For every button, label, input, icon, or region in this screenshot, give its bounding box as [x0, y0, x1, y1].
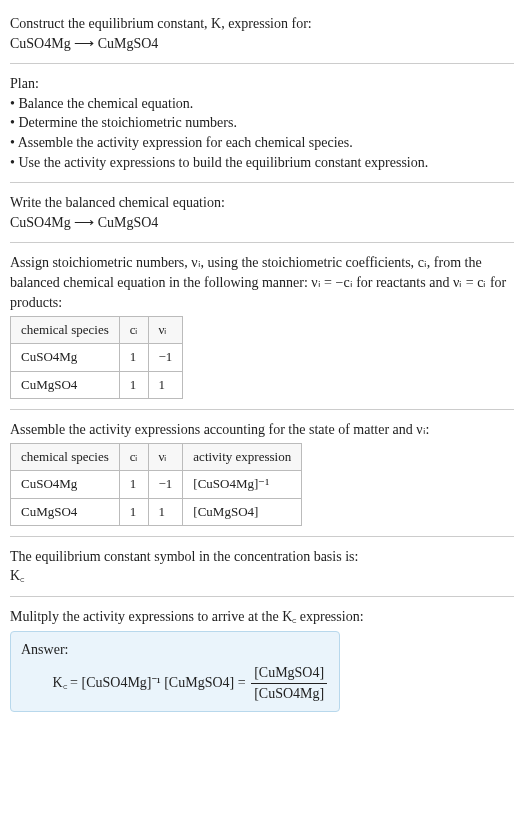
answer-denominator: [CuSO4Mg]: [251, 684, 327, 704]
col-ni: νᵢ: [148, 317, 183, 344]
cell-ci: 1: [119, 371, 148, 398]
activity-block: Assemble the activity expressions accoun…: [10, 414, 514, 532]
kc-symbol: K꜀: [10, 566, 514, 586]
cell-activity: [CuSO4Mg]⁻¹: [183, 471, 302, 498]
plan-item: Use the activity expressions to build th…: [10, 153, 514, 173]
kc-symbol-block: The equilibrium constant symbol in the c…: [10, 541, 514, 592]
divider: [10, 536, 514, 537]
cell-ci: 1: [119, 471, 148, 498]
table-header-row: chemical species cᵢ νᵢ activity expressi…: [11, 444, 302, 471]
ci-symbol: cᵢ: [418, 255, 427, 270]
table-row: CuMgSO4 1 1 [CuMgSO4]: [11, 498, 302, 525]
divider: [10, 409, 514, 410]
cell-species: CuMgSO4: [11, 498, 120, 525]
cell-activity: [CuMgSO4]: [183, 498, 302, 525]
stoich-text: for reactants and: [353, 275, 453, 290]
answer-fraction: [CuMgSO4] [CuSO4Mg]: [251, 663, 327, 703]
cell-species: CuMgSO4: [11, 371, 120, 398]
divider: [10, 242, 514, 243]
plan-item: Determine the stoichiometric numbers.: [10, 113, 514, 133]
divider: [10, 63, 514, 64]
plan-block: Plan: Balance the chemical equation. Det…: [10, 68, 514, 178]
col-ni: νᵢ: [148, 444, 183, 471]
cell-ni: −1: [148, 471, 183, 498]
cell-ci: 1: [119, 498, 148, 525]
title-block: Construct the equilibrium constant, K, e…: [10, 8, 514, 59]
col-ci: cᵢ: [119, 444, 148, 471]
answer-box: Answer: K꜀ = [CuSO4Mg]⁻¹ [CuMgSO4] = [Cu…: [10, 631, 340, 713]
title-equation: CuSO4Mg ⟶ CuMgSO4: [10, 34, 514, 54]
divider: [10, 182, 514, 183]
table-row: CuMgSO4 1 1: [11, 371, 183, 398]
answer-expression: K꜀ = [CuSO4Mg]⁻¹ [CuMgSO4] = [CuMgSO4] […: [21, 675, 329, 690]
cell-ni: 1: [148, 498, 183, 525]
answer-lhs: K꜀ = [CuSO4Mg]⁻¹ [CuMgSO4] =: [53, 675, 250, 690]
activity-intro: Assemble the activity expressions accoun…: [10, 420, 514, 440]
divider: [10, 596, 514, 597]
stoich-block: Assign stoichiometric numbers, νᵢ, using…: [10, 247, 514, 404]
multiply-intro: Mulitply the activity expressions to arr…: [10, 607, 514, 627]
table-row: CuSO4Mg 1 −1: [11, 344, 183, 371]
stoich-relation: νᵢ = cᵢ: [453, 275, 486, 290]
cell-species: CuSO4Mg: [11, 471, 120, 498]
col-species: chemical species: [11, 444, 120, 471]
stoich-relation: νᵢ = −cᵢ: [311, 275, 352, 290]
table-header-row: chemical species cᵢ νᵢ: [11, 317, 183, 344]
answer-numerator: [CuMgSO4]: [251, 663, 327, 684]
answer-label: Answer:: [21, 640, 329, 660]
plan-item: Balance the chemical equation.: [10, 94, 514, 114]
stoich-text: , using the stoichiometric coefficients,: [201, 255, 418, 270]
plan-item: Assemble the activity expression for eac…: [10, 133, 514, 153]
balanced-equation: CuSO4Mg ⟶ CuMgSO4: [10, 213, 514, 233]
table-row: CuSO4Mg 1 −1 [CuSO4Mg]⁻¹: [11, 471, 302, 498]
plan-list: Balance the chemical equation. Determine…: [10, 94, 514, 172]
balanced-label: Write the balanced chemical equation:: [10, 193, 514, 213]
cell-species: CuSO4Mg: [11, 344, 120, 371]
stoich-text: Assign stoichiometric numbers,: [10, 255, 191, 270]
plan-label: Plan:: [10, 74, 514, 94]
cell-ni: 1: [148, 371, 183, 398]
title-line: Construct the equilibrium constant, K, e…: [10, 14, 514, 34]
col-activity: activity expression: [183, 444, 302, 471]
cell-ni: −1: [148, 344, 183, 371]
stoich-table: chemical species cᵢ νᵢ CuSO4Mg 1 −1 CuMg…: [10, 316, 183, 399]
balanced-equation-block: Write the balanced chemical equation: Cu…: [10, 187, 514, 238]
kc-symbol-intro: The equilibrium constant symbol in the c…: [10, 547, 514, 567]
nu-symbol: νᵢ: [191, 255, 200, 270]
col-species: chemical species: [11, 317, 120, 344]
col-ci: cᵢ: [119, 317, 148, 344]
activity-table: chemical species cᵢ νᵢ activity expressi…: [10, 443, 302, 526]
multiply-block: Mulitply the activity expressions to arr…: [10, 601, 514, 718]
cell-ci: 1: [119, 344, 148, 371]
